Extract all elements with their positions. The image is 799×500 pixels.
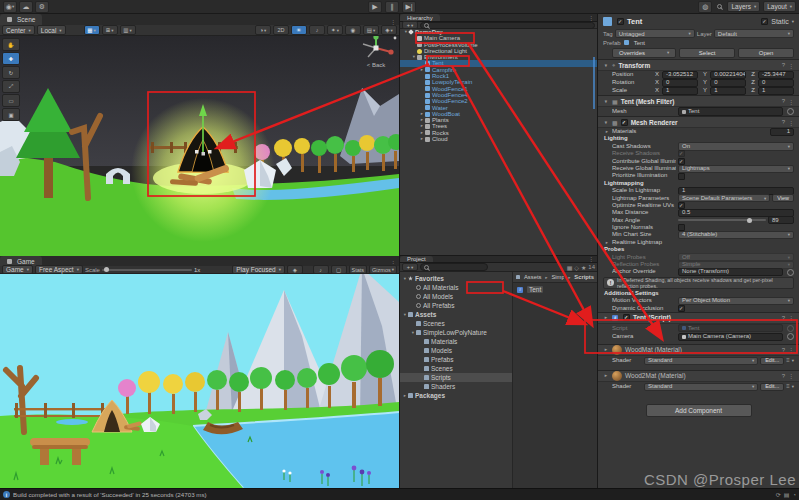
add-component-button[interactable]: Add Component bbox=[646, 404, 752, 417]
help-icon[interactable]: ? bbox=[782, 315, 785, 321]
project-item-scenes[interactable]: Scenes bbox=[400, 364, 512, 373]
capture-icon[interactable]: ◈ bbox=[287, 265, 303, 274]
position-y-field[interactable]: 0.002214045 bbox=[710, 71, 746, 79]
context-menu-icon[interactable]: ⋮ bbox=[788, 119, 794, 126]
foldout-arrow-icon[interactable]: ▾ bbox=[402, 274, 408, 283]
2d-toggle[interactable]: 2D bbox=[273, 25, 289, 35]
material-header-woodmat[interactable]: ▸ WoodMat (Material) ?⋮ bbox=[598, 344, 799, 356]
context-menu-icon[interactable]: ⋮ bbox=[788, 372, 794, 379]
material-menu-icon[interactable]: ≡ bbox=[786, 357, 790, 364]
aspect-dropdown[interactable]: Free Aspect▾ bbox=[35, 265, 83, 274]
static-dropdown-caret[interactable]: ▾ bbox=[792, 19, 794, 24]
tab-scene[interactable]: Scene bbox=[0, 14, 42, 25]
layers-dropdown[interactable]: Layers▾ bbox=[727, 1, 760, 12]
rotate-tool[interactable]: ↻ bbox=[2, 66, 20, 79]
orientation-dropdown[interactable]: Local▾ bbox=[37, 25, 66, 35]
scale-y-field[interactable]: 1 bbox=[710, 87, 746, 95]
stats-toggle[interactable]: Stats bbox=[349, 265, 368, 274]
progress-icon[interactable]: ⟳ bbox=[776, 491, 781, 498]
project-item-scripts[interactable]: Scripts bbox=[400, 373, 512, 382]
view-tool[interactable]: ✋ bbox=[2, 38, 20, 51]
scale-tool[interactable]: ⤢ bbox=[2, 80, 20, 93]
position-z-field[interactable]: -25.3447 bbox=[758, 71, 794, 79]
camera-settings-dropdown[interactable]: ▤▾ bbox=[363, 25, 379, 35]
rotation-z-field[interactable]: 0 bbox=[758, 79, 794, 87]
material-header-wood2mat[interactable]: ▸ Wood2Mat (Material) ?⋮ bbox=[598, 370, 799, 382]
project-add-button[interactable]: +▾ bbox=[402, 263, 418, 271]
project-item-shaders[interactable]: Shaders bbox=[400, 382, 512, 391]
script-object-field[interactable]: Tent bbox=[678, 324, 783, 332]
console-icon[interactable]: ▤ bbox=[784, 491, 790, 498]
scale-z-field[interactable]: 1 bbox=[758, 87, 794, 95]
project-item-favorites[interactable]: ▾Favorites bbox=[400, 274, 512, 283]
contribute-global-illumination-checkbox[interactable] bbox=[678, 158, 685, 165]
move-tool[interactable]: ✚ bbox=[2, 52, 20, 65]
shader-edit-button[interactable]: Edit... bbox=[760, 383, 784, 391]
object-picker-icon[interactable] bbox=[787, 269, 794, 276]
active-checkbox[interactable] bbox=[617, 18, 624, 25]
project-filter-type-icon[interactable]: ▦ bbox=[567, 264, 573, 271]
project-search-input[interactable] bbox=[420, 263, 488, 271]
pause-button[interactable]: ∥ bbox=[385, 1, 399, 13]
tab-project[interactable]: Project bbox=[400, 256, 433, 262]
select-button[interactable]: Select bbox=[679, 48, 735, 58]
prioritize-illumination-checkbox[interactable] bbox=[678, 173, 685, 180]
cast-shadows-dropdown[interactable]: On▾ bbox=[678, 142, 794, 150]
context-menu-icon[interactable]: ⋮ bbox=[788, 98, 794, 105]
project-favorites-icon[interactable]: ★ bbox=[581, 264, 586, 271]
cloud-icon[interactable]: ☁ bbox=[19, 1, 33, 13]
tent-script-header[interactable]: ▸# Tent (Script) ?⋮ bbox=[598, 312, 799, 324]
gizmos-dropdown-scene[interactable]: ◈▾ bbox=[381, 25, 397, 35]
hierarchy-search-input[interactable] bbox=[420, 22, 595, 29]
project-asset-tent[interactable]: # Tent bbox=[513, 283, 597, 296]
project-item-materials[interactable]: Materials bbox=[400, 337, 512, 346]
motion-vectors-dropdown[interactable]: Per Object Motion▾ bbox=[678, 297, 794, 305]
rotation-x-field[interactable]: 0 bbox=[662, 79, 698, 87]
project-menu-icon[interactable]: ⋮ bbox=[588, 255, 594, 262]
layout-dropdown[interactable]: Layout▾ bbox=[763, 1, 796, 12]
anchor-override-object-field[interactable]: None (Transform) bbox=[678, 268, 783, 276]
shader-edit-button[interactable]: Edit... bbox=[760, 357, 784, 365]
open-button[interactable]: Open bbox=[738, 48, 794, 58]
dynamic-occlusion-checkbox[interactable] bbox=[678, 305, 685, 312]
hierarchy-add-button[interactable]: +▾ bbox=[402, 21, 418, 29]
step-button[interactable]: ▶| bbox=[402, 1, 416, 13]
help-icon[interactable]: ? bbox=[782, 373, 785, 379]
help-icon[interactable]: ? bbox=[782, 119, 785, 125]
services-icon[interactable]: ⚙ bbox=[35, 1, 49, 13]
help-icon[interactable]: ? bbox=[782, 62, 785, 68]
materials-count-field[interactable]: 1 bbox=[770, 128, 794, 136]
material-menu-icon[interactable]: ≡ bbox=[786, 383, 790, 390]
overrides-dropdown[interactable]: Overrides▾ bbox=[612, 48, 676, 58]
max-angle-slider[interactable] bbox=[678, 219, 766, 221]
rotation-y-field[interactable]: 0 bbox=[710, 79, 746, 87]
ignore-normals-checkbox[interactable] bbox=[678, 224, 685, 231]
hierarchy-item-cloud[interactable]: ▸Cloud bbox=[400, 136, 597, 142]
max-angle-field[interactable]: 89 bbox=[768, 216, 794, 224]
collab-icon[interactable]: ◍ bbox=[698, 1, 712, 13]
project-item-all-materials[interactable]: All Materials bbox=[400, 283, 512, 292]
tab-hierarchy[interactable]: Hierarchy bbox=[400, 14, 440, 21]
tag-dropdown[interactable]: Untagged▾ bbox=[615, 29, 695, 38]
lightmap-parameters-dropdown[interactable]: Scene Default Parameters▾ bbox=[678, 194, 770, 202]
project-item-simplelowpolynature[interactable]: ▾SimpleLowPolyNature bbox=[400, 328, 512, 337]
help-icon[interactable]: ? bbox=[782, 98, 785, 104]
view-button[interactable]: View bbox=[772, 194, 794, 202]
object-picker-icon[interactable] bbox=[787, 108, 794, 115]
snap-increment-toggle[interactable]: ⊞▾ bbox=[102, 25, 118, 35]
context-menu-icon[interactable]: ⋮ bbox=[788, 346, 794, 353]
script-enabled-checkbox[interactable] bbox=[623, 314, 630, 321]
grid-snap-toggle[interactable]: ▦▾ bbox=[84, 25, 100, 35]
display-dropdown[interactable]: Game▾ bbox=[2, 265, 33, 274]
audio-toggle[interactable]: ♪ bbox=[309, 25, 325, 35]
shading-mode-dropdown[interactable]: ◑▾ bbox=[255, 25, 271, 35]
lighting-toggle[interactable]: ☀ bbox=[291, 25, 307, 35]
mesh-renderer-enabled-checkbox[interactable] bbox=[621, 119, 628, 126]
project-item-scenes[interactable]: Scenes bbox=[400, 319, 512, 328]
camera-object-field[interactable]: Main Camera (Camera) bbox=[678, 333, 783, 341]
transform-tool[interactable]: ▣ bbox=[2, 108, 20, 121]
activity-icon[interactable]: ◔ bbox=[792, 492, 796, 498]
mesh-object-field[interactable]: Tent bbox=[678, 107, 783, 115]
optimize-realtime-uvs-checkbox[interactable] bbox=[678, 202, 685, 209]
pivot-dropdown[interactable]: Center▾ bbox=[2, 25, 35, 35]
